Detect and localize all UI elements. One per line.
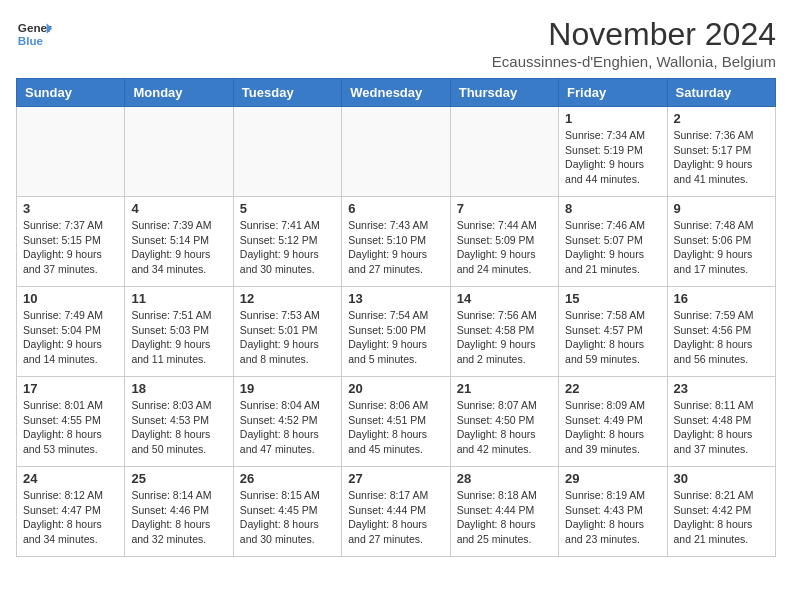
calendar-cell: 7Sunrise: 7:44 AM Sunset: 5:09 PM Daylig… (450, 197, 558, 287)
calendar-cell: 6Sunrise: 7:43 AM Sunset: 5:10 PM Daylig… (342, 197, 450, 287)
day-info: Sunrise: 8:19 AM Sunset: 4:43 PM Dayligh… (565, 488, 660, 547)
calendar-cell: 25Sunrise: 8:14 AM Sunset: 4:46 PM Dayli… (125, 467, 233, 557)
day-info: Sunrise: 7:54 AM Sunset: 5:00 PM Dayligh… (348, 308, 443, 367)
day-info: Sunrise: 8:18 AM Sunset: 4:44 PM Dayligh… (457, 488, 552, 547)
day-info: Sunrise: 7:46 AM Sunset: 5:07 PM Dayligh… (565, 218, 660, 277)
title-area: November 2024 Ecaussinnes-d'Enghien, Wal… (492, 16, 776, 70)
day-number: 27 (348, 471, 443, 486)
day-info: Sunrise: 7:58 AM Sunset: 4:57 PM Dayligh… (565, 308, 660, 367)
day-info: Sunrise: 7:48 AM Sunset: 5:06 PM Dayligh… (674, 218, 769, 277)
day-number: 1 (565, 111, 660, 126)
day-info: Sunrise: 7:39 AM Sunset: 5:14 PM Dayligh… (131, 218, 226, 277)
day-info: Sunrise: 7:37 AM Sunset: 5:15 PM Dayligh… (23, 218, 118, 277)
day-info: Sunrise: 7:59 AM Sunset: 4:56 PM Dayligh… (674, 308, 769, 367)
calendar-cell: 23Sunrise: 8:11 AM Sunset: 4:48 PM Dayli… (667, 377, 775, 467)
calendar-cell (17, 107, 125, 197)
calendar-cell: 5Sunrise: 7:41 AM Sunset: 5:12 PM Daylig… (233, 197, 341, 287)
calendar: SundayMondayTuesdayWednesdayThursdayFrid… (16, 78, 776, 557)
day-number: 23 (674, 381, 769, 396)
calendar-header-tuesday: Tuesday (233, 79, 341, 107)
location-subtitle: Ecaussinnes-d'Enghien, Wallonia, Belgium (492, 53, 776, 70)
calendar-cell: 10Sunrise: 7:49 AM Sunset: 5:04 PM Dayli… (17, 287, 125, 377)
calendar-cell: 19Sunrise: 8:04 AM Sunset: 4:52 PM Dayli… (233, 377, 341, 467)
calendar-cell: 26Sunrise: 8:15 AM Sunset: 4:45 PM Dayli… (233, 467, 341, 557)
calendar-cell (125, 107, 233, 197)
calendar-cell: 29Sunrise: 8:19 AM Sunset: 4:43 PM Dayli… (559, 467, 667, 557)
calendar-cell (450, 107, 558, 197)
calendar-cell: 22Sunrise: 8:09 AM Sunset: 4:49 PM Dayli… (559, 377, 667, 467)
day-number: 4 (131, 201, 226, 216)
day-info: Sunrise: 8:12 AM Sunset: 4:47 PM Dayligh… (23, 488, 118, 547)
day-number: 26 (240, 471, 335, 486)
calendar-header-sunday: Sunday (17, 79, 125, 107)
day-info: Sunrise: 7:51 AM Sunset: 5:03 PM Dayligh… (131, 308, 226, 367)
day-number: 10 (23, 291, 118, 306)
day-number: 7 (457, 201, 552, 216)
calendar-cell (342, 107, 450, 197)
day-number: 3 (23, 201, 118, 216)
calendar-cell: 18Sunrise: 8:03 AM Sunset: 4:53 PM Dayli… (125, 377, 233, 467)
calendar-cell: 30Sunrise: 8:21 AM Sunset: 4:42 PM Dayli… (667, 467, 775, 557)
logo: General Blue (16, 16, 52, 52)
day-info: Sunrise: 8:21 AM Sunset: 4:42 PM Dayligh… (674, 488, 769, 547)
day-number: 9 (674, 201, 769, 216)
day-number: 22 (565, 381, 660, 396)
calendar-cell (233, 107, 341, 197)
calendar-cell: 4Sunrise: 7:39 AM Sunset: 5:14 PM Daylig… (125, 197, 233, 287)
calendar-header-saturday: Saturday (667, 79, 775, 107)
calendar-week-2: 3Sunrise: 7:37 AM Sunset: 5:15 PM Daylig… (17, 197, 776, 287)
calendar-cell: 27Sunrise: 8:17 AM Sunset: 4:44 PM Dayli… (342, 467, 450, 557)
day-info: Sunrise: 8:04 AM Sunset: 4:52 PM Dayligh… (240, 398, 335, 457)
day-info: Sunrise: 8:11 AM Sunset: 4:48 PM Dayligh… (674, 398, 769, 457)
day-info: Sunrise: 7:43 AM Sunset: 5:10 PM Dayligh… (348, 218, 443, 277)
day-number: 30 (674, 471, 769, 486)
svg-text:Blue: Blue (18, 34, 44, 47)
day-number: 19 (240, 381, 335, 396)
day-info: Sunrise: 8:14 AM Sunset: 4:46 PM Dayligh… (131, 488, 226, 547)
day-number: 18 (131, 381, 226, 396)
calendar-cell: 3Sunrise: 7:37 AM Sunset: 5:15 PM Daylig… (17, 197, 125, 287)
day-number: 29 (565, 471, 660, 486)
calendar-header-friday: Friday (559, 79, 667, 107)
day-number: 8 (565, 201, 660, 216)
day-number: 11 (131, 291, 226, 306)
day-number: 12 (240, 291, 335, 306)
calendar-cell: 2Sunrise: 7:36 AM Sunset: 5:17 PM Daylig… (667, 107, 775, 197)
day-info: Sunrise: 7:41 AM Sunset: 5:12 PM Dayligh… (240, 218, 335, 277)
calendar-week-3: 10Sunrise: 7:49 AM Sunset: 5:04 PM Dayli… (17, 287, 776, 377)
day-info: Sunrise: 7:34 AM Sunset: 5:19 PM Dayligh… (565, 128, 660, 187)
day-info: Sunrise: 8:09 AM Sunset: 4:49 PM Dayligh… (565, 398, 660, 457)
calendar-header-wednesday: Wednesday (342, 79, 450, 107)
day-number: 17 (23, 381, 118, 396)
calendar-cell: 15Sunrise: 7:58 AM Sunset: 4:57 PM Dayli… (559, 287, 667, 377)
day-number: 2 (674, 111, 769, 126)
calendar-cell: 12Sunrise: 7:53 AM Sunset: 5:01 PM Dayli… (233, 287, 341, 377)
calendar-cell: 14Sunrise: 7:56 AM Sunset: 4:58 PM Dayli… (450, 287, 558, 377)
calendar-cell: 17Sunrise: 8:01 AM Sunset: 4:55 PM Dayli… (17, 377, 125, 467)
logo-icon: General Blue (16, 16, 52, 52)
day-info: Sunrise: 8:06 AM Sunset: 4:51 PM Dayligh… (348, 398, 443, 457)
day-number: 21 (457, 381, 552, 396)
day-info: Sunrise: 8:07 AM Sunset: 4:50 PM Dayligh… (457, 398, 552, 457)
calendar-cell: 13Sunrise: 7:54 AM Sunset: 5:00 PM Dayli… (342, 287, 450, 377)
calendar-week-4: 17Sunrise: 8:01 AM Sunset: 4:55 PM Dayli… (17, 377, 776, 467)
day-info: Sunrise: 7:49 AM Sunset: 5:04 PM Dayligh… (23, 308, 118, 367)
day-number: 24 (23, 471, 118, 486)
day-info: Sunrise: 8:15 AM Sunset: 4:45 PM Dayligh… (240, 488, 335, 547)
page-header: General Blue November 2024 Ecaussinnes-d… (16, 16, 776, 70)
day-info: Sunrise: 7:44 AM Sunset: 5:09 PM Dayligh… (457, 218, 552, 277)
day-info: Sunrise: 8:17 AM Sunset: 4:44 PM Dayligh… (348, 488, 443, 547)
calendar-cell: 28Sunrise: 8:18 AM Sunset: 4:44 PM Dayli… (450, 467, 558, 557)
day-number: 5 (240, 201, 335, 216)
calendar-cell: 24Sunrise: 8:12 AM Sunset: 4:47 PM Dayli… (17, 467, 125, 557)
day-number: 28 (457, 471, 552, 486)
day-number: 6 (348, 201, 443, 216)
calendar-header-thursday: Thursday (450, 79, 558, 107)
calendar-cell: 11Sunrise: 7:51 AM Sunset: 5:03 PM Dayli… (125, 287, 233, 377)
day-info: Sunrise: 7:53 AM Sunset: 5:01 PM Dayligh… (240, 308, 335, 367)
day-number: 14 (457, 291, 552, 306)
calendar-week-5: 24Sunrise: 8:12 AM Sunset: 4:47 PM Dayli… (17, 467, 776, 557)
day-number: 20 (348, 381, 443, 396)
day-info: Sunrise: 8:01 AM Sunset: 4:55 PM Dayligh… (23, 398, 118, 457)
calendar-cell: 8Sunrise: 7:46 AM Sunset: 5:07 PM Daylig… (559, 197, 667, 287)
